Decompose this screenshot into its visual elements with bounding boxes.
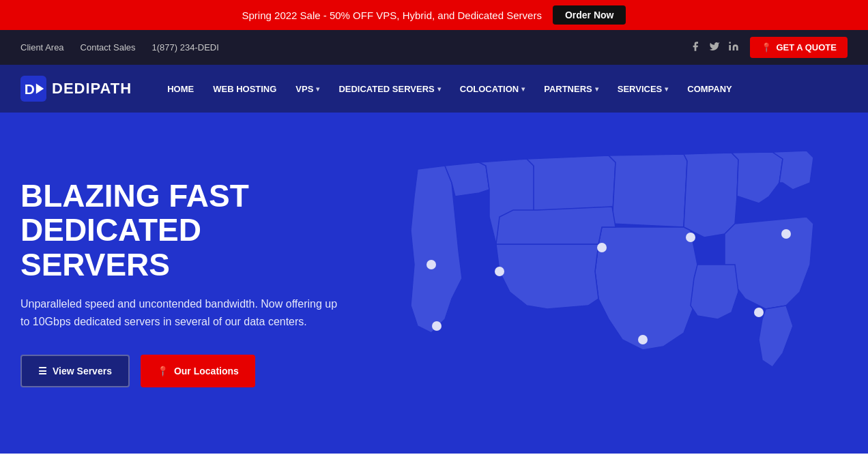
hero-content: BLAZING FAST DEDICATED SERVERS Unparalle…	[20, 179, 403, 388]
logo-icon: D	[20, 76, 46, 102]
svg-point-10	[781, 229, 791, 239]
svg-point-9	[686, 233, 695, 242]
location-pin-icon: 📍	[157, 366, 169, 376]
our-locations-button[interactable]: 📍 Our Locations	[141, 355, 255, 387]
main-nav: D DEDIPATH HOME WEB HOSTING VPS ▾ DEDICA…	[0, 65, 868, 113]
top-nav-links: Client Area Contact Sales 1(877) 234-DED…	[20, 42, 219, 53]
nav-colocation[interactable]: COLOCATION ▾	[452, 78, 533, 100]
hero-subtitle: Unparalleled speed and uncontended bandw…	[20, 295, 348, 330]
phone-link[interactable]: 1(877) 234-DEDI	[152, 42, 219, 53]
social-icons	[690, 41, 739, 55]
hero-buttons: ☰ View Servers 📍 Our Locations	[20, 355, 403, 387]
nav-partners[interactable]: PARTNERS ▾	[536, 78, 607, 100]
nav-company[interactable]: COMPANY	[679, 78, 740, 100]
servers-list-icon: ☰	[38, 366, 47, 376]
logo[interactable]: D DEDIPATH	[20, 76, 132, 102]
nav-web-hosting[interactable]: WEB HOSTING	[205, 78, 285, 100]
linkedin-icon[interactable]	[728, 41, 739, 55]
nav-vps[interactable]: VPS ▾	[287, 78, 328, 100]
vps-chevron-icon: ▾	[316, 85, 319, 93]
nav-dedicated-servers[interactable]: DEDICATED SERVERS ▾	[330, 78, 448, 100]
hero-section: .state { fill: #4455dd; stroke: #2233cc;…	[0, 113, 868, 454]
twitter-icon[interactable]	[709, 41, 720, 55]
svg-rect-0	[729, 45, 732, 50]
svg-text:D: D	[25, 81, 35, 97]
svg-point-7	[495, 267, 504, 276]
pin-icon: 📍	[761, 42, 772, 53]
view-servers-button[interactable]: ☰ View Servers	[20, 355, 130, 387]
nav-services[interactable]: SERVICES ▾	[609, 78, 677, 100]
svg-point-6	[426, 260, 436, 269]
logo-text: DEDIPATH	[52, 80, 132, 98]
svg-point-5	[432, 321, 442, 331]
get-quote-button[interactable]: 📍 GET A QUOTE	[750, 37, 848, 58]
partners-chevron-icon: ▾	[595, 85, 598, 93]
contact-sales-link[interactable]: Contact Sales	[81, 42, 136, 53]
us-map: .state { fill: #4455dd; stroke: #2233cc;…	[390, 128, 868, 438]
order-now-button[interactable]: Order Now	[553, 5, 626, 25]
nav-home[interactable]: HOME	[159, 78, 202, 100]
svg-point-1	[729, 42, 732, 44]
top-nav-right: 📍 GET A QUOTE	[690, 37, 848, 58]
services-chevron-icon: ▾	[665, 85, 668, 93]
colocation-chevron-icon: ▾	[521, 85, 525, 93]
facebook-icon[interactable]	[690, 41, 701, 55]
hero-title: BLAZING FAST DEDICATED SERVERS	[20, 179, 403, 282]
client-area-link[interactable]: Client Area	[20, 42, 64, 53]
svg-point-8	[597, 243, 607, 252]
dedicated-chevron-icon: ▾	[437, 85, 441, 93]
banner-text: Spring 2022 Sale - 50% OFF VPS, Hybrid, …	[242, 10, 542, 21]
svg-point-11	[754, 308, 764, 317]
top-banner: Spring 2022 Sale - 50% OFF VPS, Hybrid, …	[0, 0, 868, 30]
top-nav: Client Area Contact Sales 1(877) 234-DED…	[0, 30, 868, 65]
main-nav-links: HOME WEB HOSTING VPS ▾ DEDICATED SERVERS…	[159, 78, 740, 100]
svg-point-12	[638, 335, 648, 344]
